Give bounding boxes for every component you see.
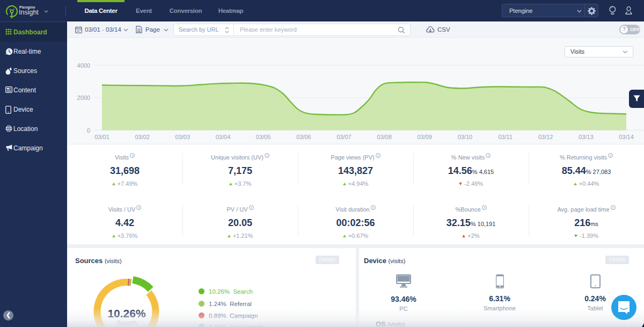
svg-text:03/05: 03/05 (256, 134, 271, 140)
svg-text:03/11: 03/11 (498, 134, 513, 140)
svg-text:2000: 2000 (77, 95, 90, 101)
svg-text:03/01: 03/01 (94, 134, 109, 140)
svg-text:0: 0 (87, 127, 90, 134)
svg-text:03/06: 03/06 (296, 134, 311, 140)
svg-text:03/04: 03/04 (216, 134, 231, 140)
svg-text:03/02: 03/02 (135, 134, 150, 140)
svg-text:03/08: 03/08 (377, 134, 392, 140)
svg-text:4000: 4000 (77, 62, 90, 69)
svg-text:03/07: 03/07 (336, 134, 352, 140)
svg-text:03/10: 03/10 (458, 134, 473, 140)
svg-text:03/13: 03/13 (579, 134, 594, 140)
svg-text:03/03: 03/03 (175, 134, 191, 140)
svg-text:03/14: 03/14 (619, 134, 634, 140)
svg-text:03/09: 03/09 (417, 134, 432, 140)
svg-text:03/12: 03/12 (538, 134, 553, 140)
